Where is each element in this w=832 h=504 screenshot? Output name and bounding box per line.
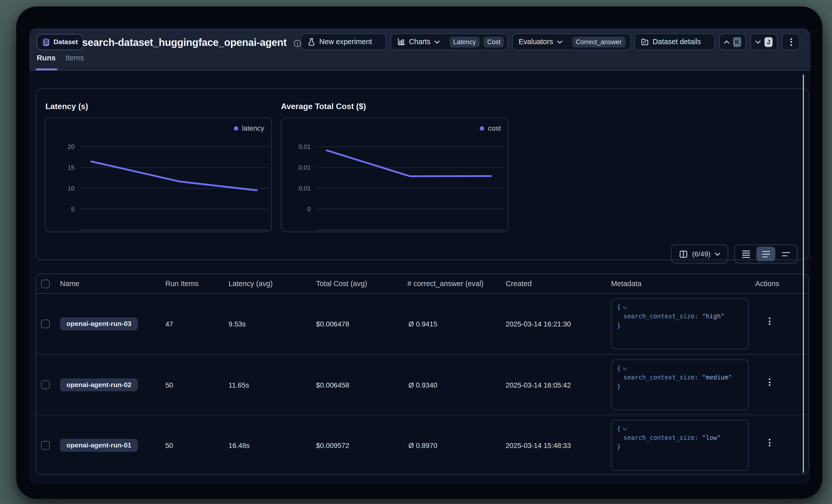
correct-answer-cell: Ø 0.9340 (409, 381, 438, 389)
metadata-json-box[interactable]: { search_context_size: "medium" } (611, 359, 749, 410)
row-actions-button[interactable] (769, 379, 770, 386)
created-cell: 2025-03-14 15:48:33 (506, 442, 571, 450)
runs-table: Name Run Items Latency (avg) Total Cost … (35, 274, 809, 475)
svg-text:0.01: 0.01 (298, 143, 311, 150)
col-header-actions: Actions (755, 280, 779, 288)
json-key: search_context_size: (624, 312, 698, 320)
run-name-badge[interactable]: openai-agent-run-02 (60, 379, 138, 391)
latency-chart-canvas: 2015105 (46, 118, 272, 232)
shortcut-j-badge: J (764, 37, 773, 47)
json-open-brace: { (617, 424, 621, 433)
svg-text:10: 10 (68, 185, 74, 192)
json-close-brace: } (617, 382, 743, 391)
json-expand-chevron-icon[interactable] (622, 427, 627, 430)
charts-menu-button[interactable]: Charts Latency Cost (390, 33, 508, 50)
col-header-latency[interactable]: Latency (avg) (229, 280, 273, 288)
charts-panel: Latency (s) Average Total Cost ($) 20151… (35, 88, 809, 260)
run-items-cell: 50 (165, 442, 173, 450)
run-items-cell: 50 (165, 381, 173, 389)
tab-items[interactable]: Items (65, 54, 84, 62)
active-tab-underline (35, 68, 57, 70)
json-value: "medium" (702, 374, 732, 381)
created-cell: 2025-03-14 16:05:42 (506, 381, 571, 389)
col-header-total-cost[interactable]: Total Cost (avg) (316, 280, 367, 288)
tab-runs[interactable]: Runs (37, 54, 56, 62)
chevron-down-icon (715, 252, 720, 256)
col-header-correct-answer[interactable]: # correct_answer (eval) (407, 280, 484, 288)
new-experiment-button[interactable]: New experiment (301, 33, 386, 50)
json-expand-chevron-icon[interactable] (622, 306, 627, 309)
info-icon[interactable] (293, 39, 302, 48)
total-cost-cell: $0.009572 (316, 442, 349, 450)
col-header-created[interactable]: Created (506, 280, 531, 288)
json-key: search_context_size: (624, 374, 698, 381)
chevron-down-icon (557, 40, 562, 44)
chart-chip-cost[interactable]: Cost (484, 36, 504, 48)
svg-text:20: 20 (68, 143, 74, 150)
created-cell: 2025-03-14 16:21:30 (506, 320, 571, 328)
svg-text:0.01: 0.01 (298, 185, 311, 192)
json-value: "low" (702, 434, 721, 442)
row-height-compact-button[interactable] (736, 247, 755, 261)
latency-chart-title: Latency (s) (46, 102, 88, 111)
legend-dot (480, 126, 484, 130)
legend-label: latency (242, 124, 264, 132)
database-icon (42, 38, 50, 46)
svg-text:5: 5 (71, 206, 75, 213)
table-row[interactable]: openai-agent-run-02 50 11.65s $0.006458 … (36, 354, 808, 415)
run-items-cell: 47 (165, 320, 173, 328)
evaluators-menu-button[interactable]: Evaluators Correct_answer (512, 33, 631, 50)
row-height-tall-button[interactable] (776, 247, 795, 261)
row-actions-button[interactable] (769, 317, 770, 325)
json-close-brace: } (617, 443, 743, 452)
row-checkbox[interactable] (41, 381, 50, 389)
correct-answer-cell: Ø 0.8970 (409, 442, 438, 450)
table-row[interactable]: openai-agent-run-01 50 16.48s $0.009572 … (36, 415, 808, 475)
latency-chart: 2015105 latency (45, 118, 272, 232)
header-band: Dataset search-dataset_huggingface_opena… (29, 28, 810, 71)
chevron-down-icon (755, 40, 761, 44)
json-expand-chevron-icon[interactable] (622, 367, 627, 370)
run-name-badge[interactable]: openai-agent-run-03 (60, 317, 138, 330)
cost-chart-legend: cost (480, 124, 501, 132)
select-all-checkbox[interactable] (41, 280, 50, 288)
metadata-json-box[interactable]: { search_context_size: "high" } (611, 299, 749, 349)
kebab-menu-icon (790, 38, 791, 46)
dataset-details-button[interactable]: Dataset details (634, 33, 715, 50)
bar-chart-icon (397, 38, 405, 46)
vertical-scrollbar[interactable] (803, 75, 804, 473)
latency-cell: 11.65s (229, 381, 249, 389)
col-header-metadata[interactable]: Metadata (611, 280, 642, 288)
dataset-details-label: Dataset details (653, 38, 701, 46)
total-cost-cell: $0.006478 (316, 320, 349, 328)
col-header-name[interactable]: Name (60, 280, 79, 288)
json-open-brace: { (617, 303, 621, 312)
json-close-brace: } (617, 321, 743, 330)
row-checkbox[interactable] (41, 319, 50, 328)
column-selector-button[interactable]: (6/49) (671, 245, 728, 263)
chevron-down-icon (434, 40, 440, 44)
flask-icon (308, 38, 316, 46)
svg-text:0.01: 0.01 (298, 164, 311, 171)
kebab-menu-icon (769, 317, 770, 325)
evaluator-chip-correct-answer[interactable]: Correct_answer (572, 36, 625, 48)
charts-menu-label: Charts (409, 38, 431, 46)
chevron-up-icon (724, 40, 729, 44)
row-actions-button[interactable] (769, 439, 770, 446)
next-item-button[interactable]: J (751, 33, 777, 50)
row-checkbox[interactable] (41, 441, 50, 450)
legend-dot (234, 126, 238, 130)
chart-chip-latency[interactable]: Latency (449, 36, 479, 48)
dataset-type-badge: Dataset (37, 34, 83, 50)
app-surface: Dataset search-dataset_huggingface_opena… (29, 28, 810, 484)
previous-item-button[interactable]: K (719, 33, 746, 50)
row-height-medium-button[interactable] (756, 247, 775, 261)
table-row[interactable]: openai-agent-run-03 47 9.53s $0.006478 Ø… (36, 294, 808, 354)
more-options-button[interactable] (782, 33, 800, 50)
page-title: search-dataset_huggingface_openai-agent (82, 37, 287, 49)
run-name-badge[interactable]: openai-agent-run-01 (60, 439, 138, 452)
metadata-json-box[interactable]: { search_context_size: "low" } (611, 420, 749, 471)
svg-text:15: 15 (68, 164, 74, 171)
folder-icon (641, 38, 649, 46)
col-header-run-items[interactable]: Run Items (165, 280, 199, 288)
